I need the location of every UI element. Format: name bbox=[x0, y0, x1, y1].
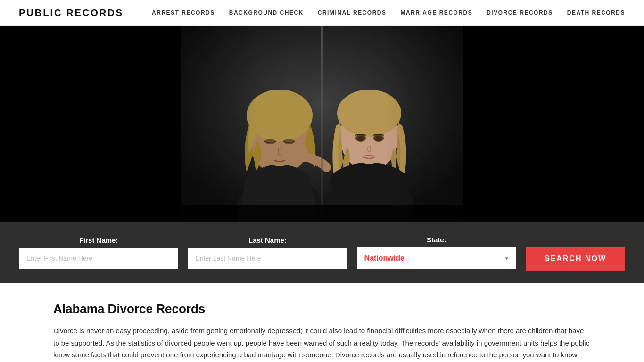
svg-point-15 bbox=[357, 136, 364, 141]
last-name-label: Last Name: bbox=[188, 236, 347, 244]
nav-arrest-records[interactable]: ARREST RECORDS bbox=[152, 9, 215, 16]
search-now-button[interactable]: SEARCH NOW bbox=[526, 247, 625, 271]
last-name-input[interactable] bbox=[188, 248, 347, 269]
state-field: State: Nationwide Alabama Alaska Arizona… bbox=[357, 236, 516, 269]
svg-point-12 bbox=[337, 90, 401, 137]
hero-image bbox=[181, 26, 463, 222]
site-header: PUBLIC RECORDS ARREST RECORDS BACKGROUND… bbox=[0, 0, 644, 26]
svg-rect-8 bbox=[321, 26, 323, 222]
search-bar: First Name: Last Name: State: Nationwide… bbox=[0, 222, 644, 283]
content-body: Divorce is never an easy proceeding, asi… bbox=[53, 325, 591, 362]
hero-couple-svg bbox=[181, 26, 463, 222]
main-nav: ARREST RECORDS BACKGROUND CHECK CRIMINAL… bbox=[152, 9, 625, 16]
hero-section bbox=[0, 26, 644, 222]
site-logo[interactable]: PUBLIC RECORDS bbox=[19, 8, 124, 18]
nav-divorce-records[interactable]: DIVORCE RECORDS bbox=[487, 9, 553, 16]
last-name-field: Last Name: bbox=[188, 236, 347, 269]
state-select[interactable]: Nationwide Alabama Alaska Arizona Arkans… bbox=[357, 247, 516, 269]
content-section: Alabama Divorce Records Divorce is never… bbox=[0, 283, 644, 362]
first-name-field: First Name: bbox=[19, 236, 178, 269]
first-name-input[interactable] bbox=[19, 248, 178, 269]
nav-background-check[interactable]: BACKGROUND CHECK bbox=[229, 9, 304, 16]
nav-marriage-records[interactable]: MARRIAGE RECORDS bbox=[401, 9, 473, 16]
svg-rect-19 bbox=[181, 205, 463, 222]
state-select-wrapper: Nationwide Alabama Alaska Arizona Arkans… bbox=[357, 247, 516, 269]
first-name-label: First Name: bbox=[19, 236, 178, 244]
svg-rect-18 bbox=[339, 148, 340, 152]
nav-criminal-records[interactable]: CRIMINAL RECORDS bbox=[318, 9, 387, 16]
nav-death-records[interactable]: DEATH RECORDS bbox=[567, 9, 625, 16]
svg-point-16 bbox=[375, 136, 382, 141]
state-label: State: bbox=[357, 236, 516, 244]
page-title: Alabama Divorce Records bbox=[53, 302, 591, 316]
